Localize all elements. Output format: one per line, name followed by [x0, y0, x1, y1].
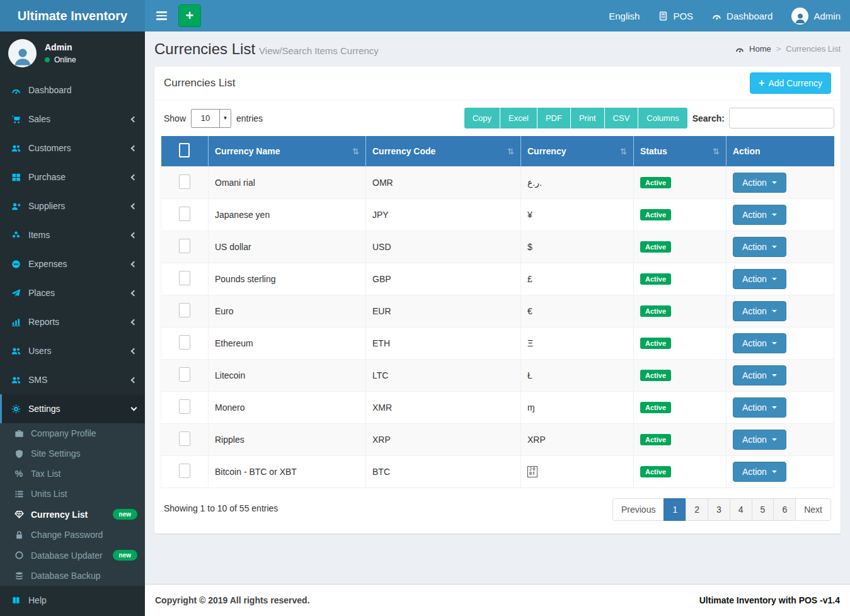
row-checkbox[interactable] [179, 464, 190, 478]
sidebar-item-suppliers[interactable]: Suppliers [0, 191, 145, 220]
sidebar-item-label: Purchase [28, 172, 66, 182]
sidebar-item-label: Sales [28, 114, 50, 124]
pagination-page-1[interactable]: 1 [663, 498, 686, 521]
row-checkbox[interactable] [179, 271, 190, 285]
sidebar-item-change-password[interactable]: Change Password [0, 525, 145, 545]
excel-export-button[interactable]: Excel [500, 108, 537, 128]
language-menu[interactable]: English [599, 0, 649, 31]
columns-export-button[interactable]: Columns [638, 108, 687, 128]
column-header-currency-code[interactable]: Currency Code⇅ [366, 136, 521, 167]
sidebar-item-database-backup[interactable]: Database Backup [0, 566, 145, 586]
pagination-page-3[interactable]: 3 [708, 498, 730, 521]
action-dropdown-button[interactable]: Action [733, 430, 786, 450]
copy-export-button[interactable]: Copy [464, 108, 500, 128]
pagination-page-2[interactable]: 2 [686, 498, 708, 521]
sidebar-item-settings[interactable]: Settings [0, 394, 145, 423]
sidebar-item-items[interactable]: Items [0, 220, 145, 249]
row-checkbox[interactable] [179, 303, 190, 317]
table-row: EthereumETHΞActiveAction [161, 328, 834, 360]
currency-code-cell: JPY [366, 199, 521, 231]
row-checkbox[interactable] [179, 174, 190, 189]
action-dropdown-button[interactable]: Action [733, 301, 786, 321]
pagination-page-4[interactable]: 4 [730, 498, 752, 521]
pagination-page-5[interactable]: 5 [752, 498, 774, 521]
sidebar-item-label: Tax List [31, 469, 60, 479]
action-dropdown-button[interactable]: Action [733, 333, 786, 353]
action-dropdown-button[interactable]: Action [733, 365, 786, 385]
action-dropdown-button[interactable]: Action [733, 269, 786, 289]
pdf-export-button[interactable]: PDF [537, 108, 571, 128]
sidebar-item-sms[interactable]: SMS [0, 365, 145, 394]
select-all-checkbox[interactable] [179, 143, 190, 157]
action-dropdown-button[interactable]: Action [733, 173, 786, 193]
search-input[interactable] [729, 108, 834, 128]
currency-symbol-cell: $ [521, 231, 634, 263]
pos-link[interactable]: POS [649, 0, 703, 31]
users-icon [11, 144, 21, 153]
row-checkbox[interactable] [179, 239, 190, 253]
action-dropdown-button[interactable]: Action [733, 397, 786, 418]
sidebar-item-places[interactable]: Places [0, 278, 145, 307]
status-badge: Active [640, 466, 671, 477]
entries-select[interactable]: 10 ▼ [191, 109, 231, 128]
column-header-currency-name[interactable]: Currency Name⇅ [209, 136, 366, 167]
breadcrumb-home[interactable]: Home [749, 44, 771, 54]
row-select-cell [161, 456, 209, 488]
sidebar-item-reports[interactable]: Reports [0, 307, 145, 336]
column-header-status[interactable]: Status⇅ [634, 136, 727, 167]
version-text: Ultimate Inventory with POS -v1.4 [699, 595, 840, 605]
paper-plane-icon [11, 288, 21, 298]
print-export-button[interactable]: Print [571, 108, 605, 128]
status-cell: Active [634, 392, 727, 424]
sidebar-item-site-settings[interactable]: Site Settings [0, 443, 145, 464]
sidebar-item-units-list[interactable]: Units List [0, 484, 145, 504]
row-checkbox[interactable] [179, 207, 190, 221]
sidebar-item-tax-list[interactable]: %Tax List [0, 464, 145, 484]
sidebar-item-currency-list[interactable]: Currency Listnew [0, 504, 145, 525]
sidebar-item-label: Places [28, 288, 55, 298]
sidebar-toggle-icon[interactable] [152, 8, 171, 24]
row-checkbox[interactable] [179, 367, 190, 382]
chevron-left-icon [131, 377, 137, 383]
currency-symbol-cell: ɱ [521, 392, 634, 424]
status-badge: Active [640, 402, 671, 413]
top-navbar: Ultimate Inventory + English POS Dashboa… [0, 0, 850, 31]
currency-symbol-cell: Ξ [521, 328, 634, 360]
user-menu[interactable]: Admin [782, 0, 850, 31]
sidebar-item-users[interactable]: Users [0, 336, 145, 365]
pagination-previous[interactable]: Previous [612, 498, 664, 521]
currency-name-cell: Omani rial [209, 167, 366, 199]
action-dropdown-button[interactable]: Action [733, 205, 786, 225]
action-dropdown-button[interactable]: Action [733, 237, 786, 257]
chevron-left-icon [131, 232, 137, 238]
currency-name-cell: Japanese yen [209, 199, 366, 231]
column-header-currency[interactable]: Currency⇅ [521, 136, 634, 167]
sidebar-item-purchase[interactable]: Purchase [0, 163, 145, 191]
row-checkbox[interactable] [179, 399, 190, 414]
row-checkbox[interactable] [179, 431, 190, 446]
sidebar-item-database-updater[interactable]: Database Updaternew [0, 545, 145, 566]
pagination-page-6[interactable]: 6 [773, 498, 796, 521]
cubes-icon [11, 231, 21, 240]
table-row: EuroEUR€ActiveAction [161, 295, 834, 328]
currency-code-cell: OMR [366, 167, 521, 199]
sidebar-item-customers[interactable]: Customers [0, 134, 145, 163]
currency-code-cell: ETH [366, 328, 521, 360]
pagination-next[interactable]: Next [795, 498, 831, 521]
action-cell: Action [727, 328, 834, 360]
csv-export-button[interactable]: CSV [605, 108, 639, 128]
sidebar-item-label: SMS [28, 375, 47, 385]
chevron-left-icon [131, 290, 137, 296]
sidebar-item-sales[interactable]: Sales [0, 105, 145, 134]
sidebar-item-company-profile[interactable]: Company Profile [0, 423, 145, 443]
add-currency-button[interactable]: +Add Currency [750, 72, 831, 94]
row-checkbox[interactable] [179, 335, 190, 350]
sidebar-item-label: Currency List [31, 510, 88, 520]
quick-add-button[interactable]: + [178, 4, 201, 27]
dashboard-link[interactable]: Dashboard [703, 0, 782, 31]
sidebar-item-expenses[interactable]: Expenses [0, 249, 145, 278]
sidebar-item-help[interactable]: Help [0, 586, 145, 615]
sidebar-item-dashboard[interactable]: Dashboard [0, 76, 145, 105]
action-dropdown-button[interactable]: Action [733, 462, 786, 482]
app-logo[interactable]: Ultimate Inventory [0, 0, 145, 31]
